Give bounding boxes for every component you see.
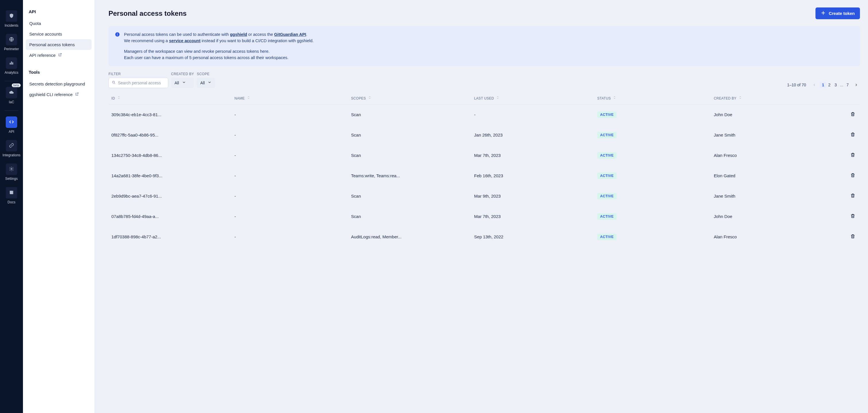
cell-scopes: Scan [348,206,471,227]
table-row[interactable]: 134c2750-34c8-4db8-86...-ScanMar 7th, 20… [108,145,860,166]
info-banner: Personal access tokens can be used to au… [108,26,860,66]
subnav-item-service-accounts[interactable]: Service accounts [26,29,92,39]
rail-item-analytics[interactable]: Analytics [2,55,21,77]
chevron-down-icon [182,80,186,85]
primary-nav-rail: Incidents Perimeter Analytics beta IaC A… [0,0,23,413]
filters-row: FILTER CREATED BY All SCOPE All [108,72,860,88]
create-token-button[interactable]: Create token [815,7,860,19]
search-input-wrapper[interactable] [108,78,168,88]
th-created-by[interactable]: CREATED BY [711,92,828,105]
banner-line-4: Each user can have a maximum of 5 person… [124,55,314,61]
delete-button[interactable] [848,151,857,160]
subnav-item-secrets-playground[interactable]: Secrets detection playground [26,78,92,89]
subnav-item-quota[interactable]: Quota [26,18,92,29]
created-by-value: All [175,80,179,85]
cell-id: 07a8b785-fd4d-49aa-a... [108,206,231,227]
cloud-icon [9,90,14,96]
delete-button[interactable] [848,233,857,241]
status-badge: ACTIVE [597,111,617,118]
rail-label: Docs [7,200,15,204]
cell-name: - [231,104,348,125]
info-icon [115,32,120,37]
shield-icon [9,13,14,19]
link-gitguardian-api[interactable]: GitGuardian API [274,32,306,37]
th-scopes[interactable]: SCOPES [348,92,471,105]
scope-select[interactable]: All [197,78,215,88]
cell-name: - [231,186,348,206]
trash-icon [850,173,856,179]
table-row[interactable]: 07a8b785-fd4d-49aa-a...-ScanMar 7th, 202… [108,206,860,227]
rail-item-perimeter[interactable]: Perimeter [2,32,21,54]
rail-divider [5,110,19,111]
cell-id: 1df70388-898c-4b77-a2... [108,227,231,247]
rail-label: Integrations [3,153,21,157]
sort-icon [247,96,251,100]
rail-item-incidents[interactable]: Incidents [2,8,21,30]
delete-button[interactable] [848,131,857,139]
th-actions [828,92,860,105]
page-range: 1–10 of 70 [787,82,806,87]
filter-label: FILTER [108,72,168,76]
table-row[interactable]: 309c384c-eb1e-4cc3-81...-Scan-ACTIVEJohn… [108,104,860,125]
th-status[interactable]: STATUS [594,92,711,105]
link-icon [9,143,14,149]
delete-button[interactable] [848,192,857,201]
delete-button[interactable] [848,172,857,180]
link-service-account[interactable]: service account [169,38,200,43]
cell-last-used: Feb 16th, 2023 [471,166,594,186]
subnav-item-ggshield-cli-reference[interactable]: ggshield CLI reference [26,89,92,100]
table-row[interactable]: 2eb9d9bc-aea7-47c6-91...-ScanMar 9th, 20… [108,186,860,206]
page-next[interactable] [852,82,860,88]
subnav-item-api-reference[interactable]: API reference [26,50,92,61]
trash-icon [850,193,856,199]
book-icon [9,190,14,196]
banner-line-1: Personal access tokens can be used to au… [124,31,314,38]
search-input[interactable] [118,80,168,85]
delete-button[interactable] [848,110,857,119]
rail-item-docs[interactable]: Docs [2,185,21,207]
cell-scopes: Scan [348,145,471,166]
rail-item-iac[interactable]: beta IaC [2,84,21,107]
beta-badge: beta [12,83,21,87]
cell-status: ACTIVE [594,145,711,166]
page-number[interactable]: 2 [826,82,832,88]
page-number[interactable]: 7 [844,82,851,88]
cell-created-by: Elon Gated [711,166,828,186]
trash-icon [850,213,856,219]
rail-item-api[interactable]: API [2,114,21,137]
external-link-icon [75,92,79,97]
cell-name: - [231,227,348,247]
page-number[interactable]: 1 [820,82,826,88]
rail-label: API [9,130,14,134]
cell-last-used: Mar 7th, 2023 [471,145,594,166]
delete-button[interactable] [848,212,857,221]
cell-status: ACTIVE [594,206,711,227]
cell-created-by: John Doe [711,104,828,125]
link-ggshield[interactable]: ggshield [230,32,247,37]
cell-id: 14a2a681-38fe-4be0-9f3... [108,166,231,186]
rail-item-integrations[interactable]: Integrations [2,138,21,160]
th-name[interactable]: NAME [231,92,348,105]
status-badge: ACTIVE [597,152,617,159]
tokens-table: ID NAME SCOPES LAST USED STATUS CREATED … [108,92,860,247]
subnav-item-personal-access-tokens[interactable]: Personal access tokens [26,39,92,50]
th-last-used[interactable]: LAST USED [471,92,594,105]
page-prev[interactable] [811,82,818,88]
scope-value: All [200,80,205,85]
table-row[interactable]: 0f827ffc-5aa0-4b86-95...-ScanJan 26th, 2… [108,125,860,145]
status-badge: ACTIVE [597,234,617,240]
cell-status: ACTIVE [594,227,711,247]
subnav-label: Personal access tokens [29,42,74,47]
page-number[interactable]: 3 [832,82,839,88]
sort-icon [368,96,372,100]
rail-label: IaC [9,100,14,104]
cell-id: 309c384c-eb1e-4cc3-81... [108,104,231,125]
plus-icon [820,10,826,16]
table-row[interactable]: 1df70388-898c-4b77-a2...-AuditLogs:read,… [108,227,860,247]
rail-item-settings[interactable]: Settings [2,161,21,183]
created-by-select[interactable]: All [171,78,194,88]
globe-icon [9,37,14,43]
sort-icon [738,96,742,100]
th-id[interactable]: ID [108,92,231,105]
table-row[interactable]: 14a2a681-38fe-4be0-9f3...-Teams:write, T… [108,166,860,186]
